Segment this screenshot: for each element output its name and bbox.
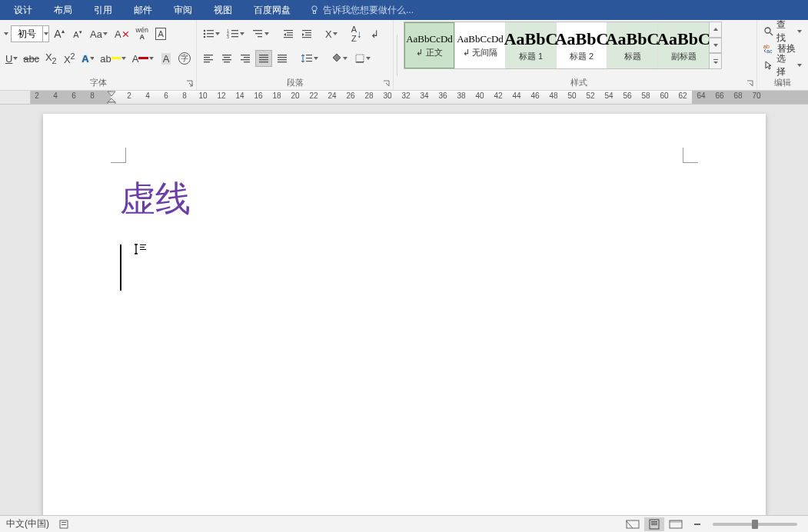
font-dialog-launcher[interactable]: [185, 79, 195, 88]
svg-rect-3: [207, 30, 214, 31]
text-effects-button[interactable]: A: [79, 50, 96, 67]
svg-rect-58: [140, 249, 146, 250]
style-gallery-more[interactable]: [710, 53, 722, 69]
font-size-combo[interactable]: [11, 25, 49, 42]
tell-me[interactable]: 告诉我您想要做什么...: [309, 4, 414, 17]
font-size-input[interactable]: [12, 28, 42, 39]
menu-review[interactable]: 审阅: [163, 0, 203, 20]
paragraph-dialog-launcher[interactable]: [382, 79, 391, 88]
style-scroll-down[interactable]: [710, 38, 722, 54]
style-nospacing[interactable]: AaBbCcDd ↲ 无间隔: [455, 22, 506, 68]
margin-corner-tr: [683, 148, 698, 163]
svg-rect-36: [244, 62, 250, 62]
svg-rect-49: [356, 62, 364, 63]
menu-mailings[interactable]: 邮件: [123, 0, 163, 20]
find-button[interactable]: 查找: [762, 23, 803, 40]
statusbar: 中文(中国): [0, 515, 808, 532]
document-heading[interactable]: 虚线: [120, 175, 689, 223]
first-line-indent-marker[interactable]: [107, 91, 116, 97]
multilevel-list-button[interactable]: [249, 25, 272, 42]
view-web-layout[interactable]: [666, 517, 686, 531]
menu-baidu[interactable]: 百度网盘: [243, 0, 301, 20]
svg-rect-42: [278, 57, 287, 58]
font-color-button[interactable]: A: [130, 50, 156, 67]
replace-icon: abac: [763, 43, 774, 54]
subscript-button[interactable]: X2: [42, 50, 59, 67]
svg-rect-33: [241, 55, 250, 55]
menu-references[interactable]: 引用: [83, 0, 123, 20]
superscript-button[interactable]: X2: [61, 50, 78, 67]
style-preview: AaBbCcDd: [457, 33, 504, 45]
zoom-out-button[interactable]: [687, 517, 707, 531]
char-border-button[interactable]: A: [152, 25, 169, 42]
shading-button[interactable]: [329, 50, 351, 67]
hanging-indent-marker[interactable]: [107, 98, 116, 104]
svg-rect-47: [306, 61, 312, 62]
menu-view[interactable]: 视图: [203, 0, 243, 20]
page[interactable]: 虚线: [43, 114, 766, 515]
svg-rect-46: [306, 58, 312, 58]
svg-rect-43: [278, 59, 287, 60]
styles-dialog-launcher[interactable]: [746, 79, 755, 88]
bullets-button[interactable]: [200, 25, 223, 42]
align-distributed-button[interactable]: [274, 50, 291, 67]
zoom-slider[interactable]: [713, 523, 797, 526]
style-heading1[interactable]: AaBbC 标题 1: [506, 22, 557, 68]
view-print-layout[interactable]: [644, 517, 664, 531]
decrease-indent-button[interactable]: [280, 25, 297, 42]
svg-rect-34: [244, 57, 250, 58]
font-family-dropdown[interactable]: [3, 25, 9, 42]
shrink-font-button[interactable]: A▾: [69, 25, 86, 42]
style-subtitle[interactable]: AaBbC 副标题: [658, 22, 709, 68]
align-center-button[interactable]: [218, 50, 235, 67]
highlight-button[interactable]: ab: [98, 50, 128, 67]
clear-format-button[interactable]: A⨯: [112, 25, 132, 42]
strikethrough-button[interactable]: abc: [22, 50, 41, 67]
accessibility-icon[interactable]: [58, 519, 71, 530]
change-case-button[interactable]: Aa: [88, 25, 111, 42]
svg-rect-56: [140, 244, 146, 245]
select-button[interactable]: 选择: [762, 57, 803, 74]
text-direction-button[interactable]: X: [323, 25, 341, 42]
align-right-button[interactable]: [237, 50, 254, 67]
line-spacing-button[interactable]: [298, 50, 321, 67]
menu-design[interactable]: 设计: [3, 0, 43, 20]
borders-button[interactable]: [352, 50, 374, 67]
align-left-button[interactable]: [200, 50, 217, 67]
menu-layout[interactable]: 布局: [43, 0, 83, 20]
style-preview: AaBbCcDd: [406, 33, 453, 45]
grow-font-button[interactable]: A▴: [51, 25, 68, 42]
style-scroll-up[interactable]: [710, 22, 722, 38]
svg-rect-38: [259, 57, 268, 58]
cursor-line[interactable]: [120, 244, 689, 298]
status-language[interactable]: 中文(中国): [6, 517, 49, 530]
ruler-tab-well[interactable]: [0, 91, 31, 104]
ribbon-separator: [397, 35, 397, 76]
font-size-dropdown[interactable]: [42, 25, 48, 42]
underline-button[interactable]: U: [3, 50, 20, 67]
showhide-marks-button[interactable]: ↲: [367, 25, 384, 42]
style-gallery[interactable]: AaBbCcDd ↲ 正文 AaBbCcDd ↲ 无间隔 AaBbC 标题 1 …: [404, 22, 710, 69]
svg-rect-62: [627, 520, 639, 528]
phonetic-guide-button[interactable]: wénA: [134, 25, 151, 42]
numbering-button[interactable]: 123: [224, 25, 248, 42]
style-name: 副标题: [671, 51, 697, 62]
style-title[interactable]: AaBbC 标题: [607, 22, 658, 68]
sort-button[interactable]: AZ↓: [348, 25, 365, 42]
increase-indent-button[interactable]: [298, 25, 315, 42]
style-heading2[interactable]: AaBbC 标题 2: [557, 22, 607, 68]
view-read-mode[interactable]: [623, 517, 643, 531]
zoom-slider-thumb[interactable]: [752, 520, 758, 529]
enclose-char-button[interactable]: 字: [176, 50, 193, 67]
svg-rect-29: [222, 55, 231, 55]
svg-text:3: 3: [227, 35, 229, 39]
horizontal-ruler[interactable]: 8642246810121416182022242628303234363840…: [0, 91, 808, 105]
svg-rect-19: [287, 35, 293, 35]
style-normal[interactable]: AaBbCcDd ↲ 正文: [404, 22, 455, 68]
document-area[interactable]: 虚线: [0, 105, 808, 515]
svg-rect-21: [302, 30, 311, 31]
svg-rect-11: [231, 33, 238, 34]
align-justify-button[interactable]: [255, 50, 272, 67]
svg-rect-25: [204, 55, 213, 55]
char-shading-button[interactable]: A: [158, 50, 175, 67]
